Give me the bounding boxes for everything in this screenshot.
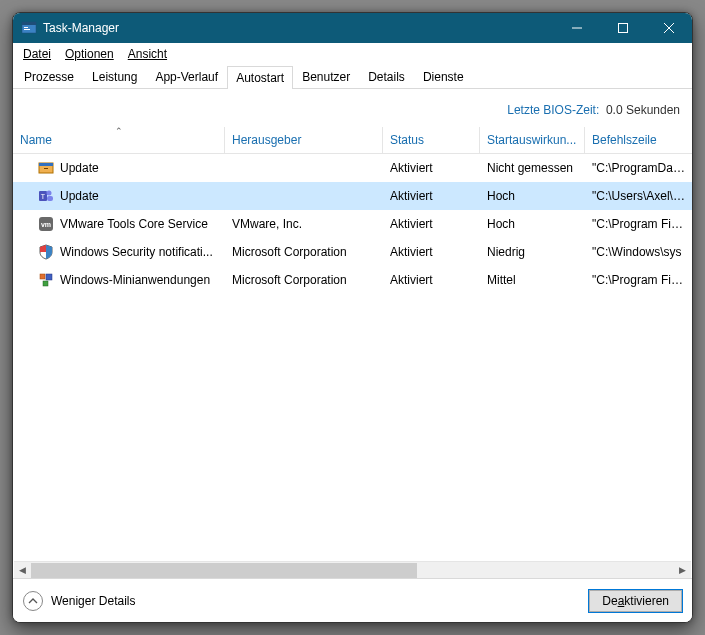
gadget-icon bbox=[38, 272, 54, 288]
row-cmdline: "C:\Program Files bbox=[585, 217, 692, 231]
row-publisher: VMware, Inc. bbox=[225, 217, 383, 231]
close-button[interactable] bbox=[646, 13, 692, 43]
titlebar[interactable]: Task-Manager bbox=[13, 13, 692, 43]
col-cmdline[interactable]: Befehlszeile bbox=[585, 127, 692, 153]
window: Task-Manager Datei Optionen Ansicht Proz… bbox=[12, 12, 693, 623]
row-cmdline: "C:\Users\Axel\Ap bbox=[585, 189, 692, 203]
row-status: Aktiviert bbox=[383, 245, 480, 259]
tab-processes[interactable]: Prozesse bbox=[15, 65, 83, 88]
menu-options[interactable]: Optionen bbox=[59, 45, 120, 63]
row-cmdline: "C:\ProgramData\ bbox=[585, 161, 692, 175]
row-status: Aktiviert bbox=[383, 189, 480, 203]
tab-users[interactable]: Benutzer bbox=[293, 65, 359, 88]
row-status: Aktiviert bbox=[383, 273, 480, 287]
tab-details[interactable]: Details bbox=[359, 65, 414, 88]
svg-rect-18 bbox=[46, 274, 52, 280]
col-impact[interactable]: Startauswirkun... bbox=[480, 127, 585, 153]
row-name: Windows-Minianwendungen bbox=[60, 273, 210, 287]
chevron-up-icon bbox=[23, 591, 43, 611]
svg-rect-3 bbox=[24, 29, 30, 30]
teams-icon: T bbox=[38, 188, 54, 204]
svg-text:vm: vm bbox=[41, 221, 51, 228]
table-row[interactable]: Windows-MinianwendungenMicrosoft Corpora… bbox=[13, 266, 692, 294]
row-impact: Hoch bbox=[480, 189, 585, 203]
tab-performance[interactable]: Leistung bbox=[83, 65, 146, 88]
menubar: Datei Optionen Ansicht bbox=[13, 43, 692, 65]
shield-icon bbox=[38, 244, 54, 260]
row-name: Update bbox=[60, 189, 99, 203]
scroll-track[interactable] bbox=[31, 562, 674, 579]
disable-button[interactable]: Deaktivieren bbox=[589, 590, 682, 612]
bios-label: Letzte BIOS-Zeit: bbox=[507, 103, 599, 117]
table-row[interactable]: vmVMware Tools Core ServiceVMware, Inc.A… bbox=[13, 210, 692, 238]
row-cmdline: "C:\Program Files bbox=[585, 273, 692, 287]
svg-rect-9 bbox=[39, 163, 53, 166]
row-publisher: Microsoft Corporation bbox=[225, 245, 383, 259]
menu-file[interactable]: Datei bbox=[17, 45, 57, 63]
scroll-right-button[interactable]: ▶ bbox=[674, 562, 691, 579]
maximize-button[interactable] bbox=[600, 13, 646, 43]
svg-rect-17 bbox=[40, 274, 45, 279]
svg-rect-19 bbox=[43, 281, 48, 286]
row-name: Update bbox=[60, 161, 99, 175]
svg-rect-2 bbox=[24, 27, 28, 28]
table-body: UpdateAktiviertNicht gemessen"C:\Program… bbox=[13, 154, 692, 294]
window-title: Task-Manager bbox=[43, 21, 554, 35]
svg-rect-10 bbox=[44, 168, 48, 169]
svg-rect-13 bbox=[47, 196, 53, 201]
row-status: Aktiviert bbox=[383, 161, 480, 175]
tab-apphistory[interactable]: App-Verlauf bbox=[146, 65, 227, 88]
table-row[interactable]: UpdateAktiviertNicht gemessen"C:\Program… bbox=[13, 154, 692, 182]
row-impact: Mittel bbox=[480, 273, 585, 287]
scroll-thumb[interactable] bbox=[31, 563, 417, 578]
bios-timing: Letzte BIOS-Zeit: 0.0 Sekunden bbox=[13, 89, 692, 127]
row-impact: Nicht gemessen bbox=[480, 161, 585, 175]
row-status: Aktiviert bbox=[383, 217, 480, 231]
tab-startup[interactable]: Autostart bbox=[227, 66, 293, 89]
col-status[interactable]: Status bbox=[383, 127, 480, 153]
startup-table: Name ⌃ Herausgeber Status Startauswirkun… bbox=[13, 127, 692, 294]
svg-rect-1 bbox=[22, 22, 36, 25]
bios-value: 0.0 Sekunden bbox=[606, 103, 680, 117]
row-impact: Niedrig bbox=[480, 245, 585, 259]
table-row[interactable]: Windows Security notificati...Microsoft … bbox=[13, 238, 692, 266]
tab-strip: Prozesse Leistung App-Verlauf Autostart … bbox=[13, 65, 692, 89]
fewer-details-label: Weniger Details bbox=[51, 594, 135, 608]
svg-point-12 bbox=[47, 191, 52, 196]
menu-view[interactable]: Ansicht bbox=[122, 45, 173, 63]
app-icon bbox=[21, 20, 37, 36]
row-cmdline: "C:\Windows\sys bbox=[585, 245, 692, 259]
col-name[interactable]: Name ⌃ bbox=[13, 127, 225, 153]
row-name: VMware Tools Core Service bbox=[60, 217, 208, 231]
footer: Weniger Details Deaktivieren bbox=[13, 578, 692, 622]
fewer-details-button[interactable]: Weniger Details bbox=[23, 591, 135, 611]
horizontal-scrollbar[interactable]: ◀ ▶ bbox=[14, 561, 691, 578]
col-publisher[interactable]: Herausgeber bbox=[225, 127, 383, 153]
sort-indicator-icon: ⌃ bbox=[115, 127, 123, 136]
row-publisher: Microsoft Corporation bbox=[225, 273, 383, 287]
table-row[interactable]: TUpdateAktiviertHoch"C:\Users\Axel\Ap bbox=[13, 182, 692, 210]
tab-services[interactable]: Dienste bbox=[414, 65, 473, 88]
row-name: Windows Security notificati... bbox=[60, 245, 213, 259]
minimize-button[interactable] bbox=[554, 13, 600, 43]
scroll-left-button[interactable]: ◀ bbox=[14, 562, 31, 579]
vm-icon: vm bbox=[38, 216, 54, 232]
row-impact: Hoch bbox=[480, 217, 585, 231]
table-header: Name ⌃ Herausgeber Status Startauswirkun… bbox=[13, 127, 692, 154]
svg-text:T: T bbox=[41, 193, 46, 200]
installer-icon bbox=[38, 160, 54, 176]
svg-rect-5 bbox=[619, 24, 628, 33]
